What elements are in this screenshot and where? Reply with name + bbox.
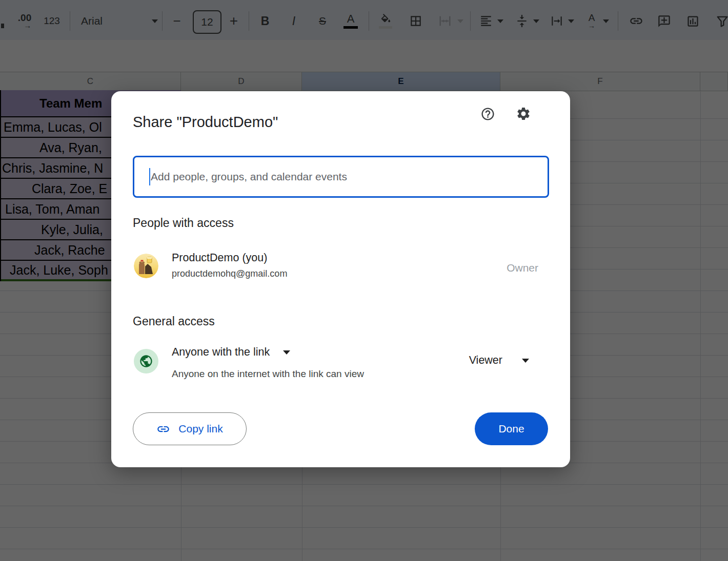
link-icon bbox=[156, 422, 170, 436]
help-icon bbox=[480, 107, 495, 121]
share-dialog: Share "ProductDemo" Add people, groups, … bbox=[111, 91, 570, 467]
general-access-heading: General access bbox=[133, 315, 215, 328]
help-button[interactable] bbox=[479, 105, 496, 122]
settings-button[interactable] bbox=[515, 105, 532, 122]
globe-icon bbox=[139, 354, 153, 368]
gear-icon bbox=[516, 106, 531, 121]
general-access-avatar bbox=[134, 349, 158, 373]
done-label: Done bbox=[498, 423, 524, 435]
add-people-input[interactable]: Add people, groups, and calendar events bbox=[133, 156, 549, 198]
copy-link-button[interactable]: Copy link bbox=[133, 412, 247, 445]
general-access-description: Anyone on the internet with the link can… bbox=[172, 368, 364, 380]
people-with-access-heading: People with access bbox=[133, 216, 234, 230]
owner-role-label: Owner bbox=[507, 262, 538, 274]
avatar bbox=[134, 254, 158, 278]
input-placeholder: Add people, groups, and calendar events bbox=[151, 171, 347, 183]
person-name: ProductDemo (you) bbox=[172, 252, 267, 264]
permission-dropdown[interactable]: Viewer bbox=[469, 354, 529, 367]
permission-value: Viewer bbox=[469, 354, 502, 367]
dialog-title: Share "ProductDemo" bbox=[133, 114, 278, 131]
copy-link-label: Copy link bbox=[178, 423, 223, 435]
chevron-down-icon bbox=[283, 350, 290, 355]
general-access-dropdown[interactable]: Anyone with the link bbox=[172, 346, 290, 359]
chevron-down-icon bbox=[522, 359, 529, 363]
done-button[interactable]: Done bbox=[475, 412, 548, 445]
general-access-value: Anyone with the link bbox=[172, 346, 270, 359]
avatar-illustration bbox=[134, 254, 158, 278]
person-email: productdemohq@gmail.com bbox=[172, 268, 287, 279]
text-cursor bbox=[149, 168, 150, 185]
